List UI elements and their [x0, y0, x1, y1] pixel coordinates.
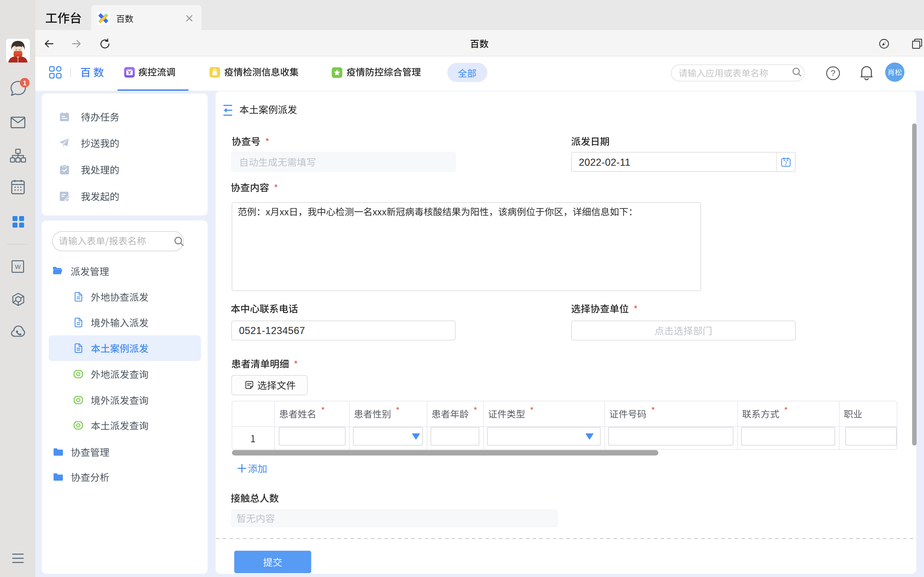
svg-text:W: W [15, 263, 21, 270]
svg-text:1: 1 [23, 79, 27, 87]
svg-text:7: 7 [784, 161, 787, 167]
svg-text:?: ? [830, 68, 835, 78]
